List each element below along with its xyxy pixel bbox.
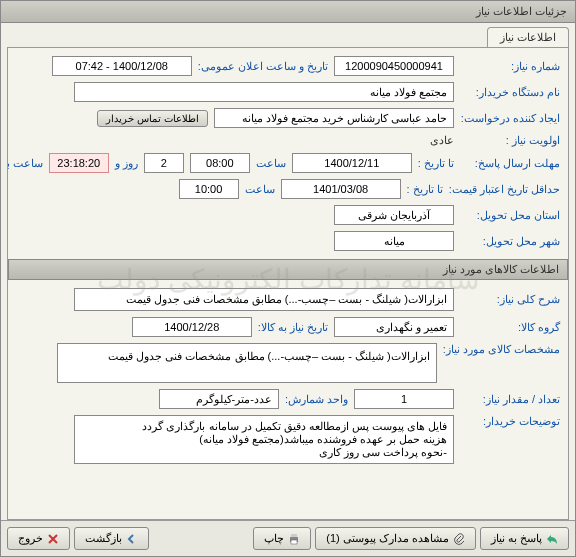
- window-title: جزئیات اطلاعات نیاز: [1, 1, 575, 23]
- button-bar: پاسخ به نیاز مشاهده مدارک پیوستی (1) چاپ…: [1, 520, 575, 556]
- goods-date-field[interactable]: [132, 317, 252, 337]
- priority-value: عادی: [430, 134, 454, 147]
- deadline-time-field[interactable]: [190, 153, 250, 173]
- contact-info-button[interactable]: اطلاعات تماس خریدار: [97, 110, 208, 127]
- remain-time-field: [49, 153, 109, 173]
- buyer-note-line: هزینه حمل بر عهده فروشنده میباشد(مجتمع ف…: [81, 433, 447, 446]
- city-field[interactable]: [334, 231, 454, 251]
- announce-datetime-field[interactable]: [52, 56, 192, 76]
- exit-button[interactable]: خروج: [7, 527, 70, 550]
- label-requester: ایجاد کننده درخواست:: [460, 112, 560, 125]
- buyer-name-field[interactable]: [74, 82, 454, 102]
- label-priority: اولویت نیاز :: [460, 134, 560, 147]
- label-remain: ساعت باقی مانده: [7, 157, 43, 170]
- label-qty: تعداد / مقدار نیاز:: [460, 393, 560, 406]
- label-hour-1: ساعت: [256, 157, 286, 170]
- back-icon: [126, 533, 138, 545]
- request-no-field[interactable]: [334, 56, 454, 76]
- label-announce-dt: تاریخ و ساعت اعلان عمومی:: [198, 60, 328, 73]
- exit-label: خروج: [18, 532, 43, 545]
- label-hour-2: ساعت: [245, 183, 275, 196]
- attachments-button[interactable]: مشاهده مدارک پیوستی (1): [315, 527, 476, 550]
- label-unit: واحد شمارش:: [285, 393, 348, 406]
- unit-field[interactable]: [159, 389, 279, 409]
- attachment-icon: [453, 533, 465, 545]
- label-general-desc: شرح کلی نیاز:: [460, 293, 560, 306]
- exit-icon: [47, 533, 59, 545]
- label-province: استان محل تحویل:: [460, 209, 560, 222]
- label-until: تا تاریخ :: [418, 157, 454, 170]
- print-label: چاپ: [264, 532, 284, 545]
- label-buyer-name: نام دستگاه خریدار:: [460, 86, 560, 99]
- qty-field[interactable]: [354, 389, 454, 409]
- remain-days-field: [144, 153, 184, 173]
- general-desc-field[interactable]: ابزارالات( شیلنگ - بست –چسب-...) مطابق م…: [74, 288, 454, 311]
- label-price-validity: حداقل تاریخ اعتبار قیمت:: [449, 183, 560, 196]
- buyer-notes-field[interactable]: فایل های پیوست پس ازمطالعه دقیق تکمیل در…: [74, 415, 454, 464]
- attachments-label: مشاهده مدارک پیوستی (1): [326, 532, 449, 545]
- svg-rect-2: [291, 540, 297, 544]
- respond-button[interactable]: پاسخ به نیاز: [480, 527, 569, 550]
- label-deadline: مهلت ارسال پاسخ:: [460, 157, 560, 170]
- label-days-and: روز و: [115, 157, 138, 170]
- print-button[interactable]: چاپ: [253, 527, 311, 550]
- window: جزئیات اطلاعات نیاز اطلاعات نیاز شماره ن…: [0, 0, 576, 557]
- tab-need-info[interactable]: اطلاعات نیاز: [487, 27, 569, 47]
- requester-field[interactable]: [214, 108, 454, 128]
- province-field[interactable]: [334, 205, 454, 225]
- validity-date-field[interactable]: [281, 179, 401, 199]
- validity-time-field[interactable]: [179, 179, 239, 199]
- label-buyer-notes: توضیحات خریدار:: [460, 415, 560, 428]
- buyer-note-line: فایل های پیوست پس ازمطالعه دقیق تکمیل در…: [81, 420, 447, 433]
- label-goods-group: گروه کالا:: [460, 321, 560, 334]
- label-city: شهر محل تحویل:: [460, 235, 560, 248]
- back-label: بازگشت: [85, 532, 122, 545]
- deadline-date-field[interactable]: [292, 153, 412, 173]
- label-goods-spec: مشخصات کالای مورد نیاز:: [443, 343, 560, 356]
- buyer-note-line: -نحوه پرداخت سی روز کاری: [81, 446, 447, 459]
- reply-icon: [546, 533, 558, 545]
- label-goods-date: تاریخ نیاز به کالا:: [258, 321, 328, 334]
- back-button[interactable]: بازگشت: [74, 527, 149, 550]
- label-until-2: تا تاریخ :: [407, 183, 443, 196]
- goods-group-field[interactable]: [334, 317, 454, 337]
- print-icon: [288, 533, 300, 545]
- svg-rect-1: [291, 534, 297, 537]
- content-panel: شماره نیاز: تاریخ و ساعت اعلان عمومی: نا…: [7, 47, 569, 520]
- section-goods-header: اطلاعات کالاهای مورد نیاز: [8, 259, 568, 280]
- respond-label: پاسخ به نیاز: [491, 532, 542, 545]
- tab-bar: اطلاعات نیاز: [1, 23, 575, 47]
- label-request-no: شماره نیاز:: [460, 60, 560, 73]
- goods-spec-field[interactable]: ابزارالات( شیلنگ - بست –چسب-...) مطابق م…: [57, 343, 437, 383]
